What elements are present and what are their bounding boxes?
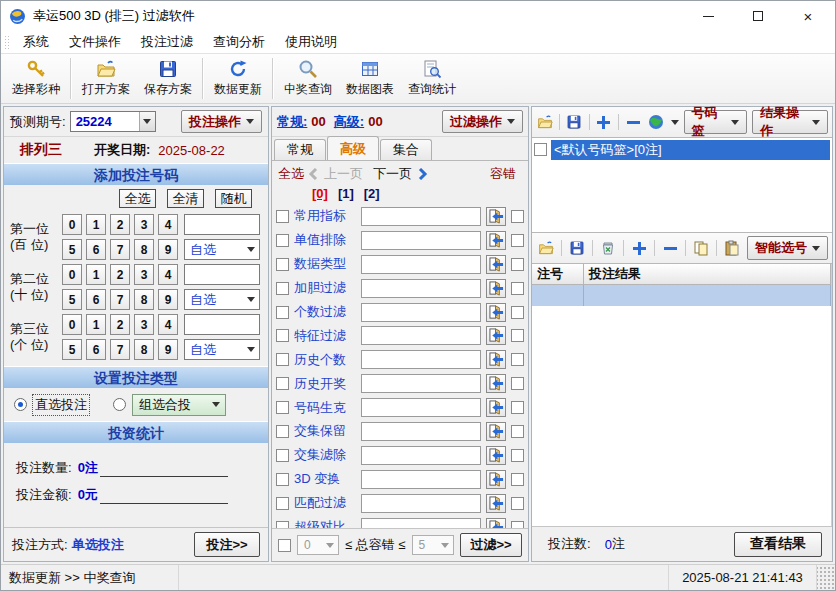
remove-result-button[interactable] (660, 238, 680, 258)
page-number-0[interactable]: [0] (312, 186, 328, 201)
filter-label[interactable]: 常用指标 (294, 207, 356, 225)
bet-submit-button[interactable]: 投注>> (194, 532, 260, 557)
open-plan-button[interactable]: 打开方案 (75, 54, 137, 103)
digit-button[interactable]: 4 (158, 314, 178, 335)
page-number-1[interactable]: [1] (338, 186, 354, 201)
digit-button[interactable]: 4 (158, 264, 178, 285)
filter-checkbox[interactable] (276, 210, 289, 223)
digit-button[interactable]: 9 (158, 239, 178, 260)
digit-button[interactable]: 3 (134, 314, 154, 335)
filter-tolerance-checkbox[interactable] (511, 401, 524, 414)
import-door-button[interactable] (486, 398, 506, 417)
filter-value-input[interactable] (361, 303, 481, 322)
filter-tolerance-checkbox[interactable] (511, 521, 524, 528)
import-door-button[interactable] (486, 207, 506, 226)
copy-button[interactable] (691, 238, 711, 258)
query-stats-button[interactable]: 查询统计 (401, 54, 463, 103)
digit-button[interactable]: 0 (62, 264, 82, 285)
total-tolerance-checkbox[interactable] (278, 539, 291, 552)
import-door-button[interactable] (486, 446, 506, 465)
filter-value-input[interactable] (361, 207, 481, 226)
digit-button[interactable]: 1 (86, 214, 106, 235)
close-button[interactable]: × (797, 5, 819, 27)
import-door-button[interactable] (486, 494, 506, 513)
advanced-count-link[interactable]: 高级: (334, 113, 364, 131)
filter-checkbox[interactable] (276, 377, 289, 390)
winning-query-button[interactable]: 中奖查询 (277, 54, 339, 103)
filter-tolerance-checkbox[interactable] (511, 449, 524, 462)
filter-checkbox[interactable] (276, 234, 289, 247)
filter-checkbox[interactable] (276, 497, 289, 510)
direct-bet-radio[interactable] (14, 398, 27, 411)
filter-checkbox[interactable] (276, 449, 289, 462)
pager-select-all[interactable]: 全选 (278, 165, 304, 183)
import-door-button[interactable] (486, 470, 506, 489)
group-bet-select[interactable]: 组选合投 (132, 394, 226, 416)
filter-checkbox[interactable] (276, 282, 289, 295)
digit-button[interactable]: 5 (62, 289, 82, 310)
basket-list-item[interactable]: <默认号码篮>[0注] (534, 140, 830, 159)
chevron-left-icon[interactable] (308, 168, 320, 180)
table-row[interactable] (532, 285, 831, 306)
menu-query-analysis[interactable]: 查询分析 (203, 31, 275, 53)
clear-all-button[interactable]: 全清 (167, 189, 204, 208)
filter-checkbox[interactable] (276, 473, 289, 486)
save-basket-button[interactable] (565, 112, 583, 132)
tolerance-min-select[interactable]: 0 (297, 535, 339, 555)
smart-pick-button[interactable]: 智能选号 (747, 236, 828, 260)
digit-button[interactable]: 7 (110, 289, 130, 310)
minimize-button[interactable] (697, 5, 719, 27)
filter-label[interactable]: 特征过滤 (294, 327, 356, 345)
filter-label[interactable]: 交集保留 (294, 422, 356, 440)
import-door-button[interactable] (486, 279, 506, 298)
filter-checkbox[interactable] (276, 401, 289, 414)
digit-button[interactable]: 7 (110, 339, 130, 360)
filter-value-input[interactable] (361, 494, 481, 513)
digit-button[interactable]: 2 (110, 264, 130, 285)
filter-tolerance-checkbox[interactable] (511, 353, 524, 366)
select-all-button[interactable]: 全选 (119, 189, 156, 208)
position-numbers-input[interactable] (184, 264, 260, 285)
digit-button[interactable]: 8 (134, 239, 154, 260)
menu-file-ops[interactable]: 文件操作 (59, 31, 131, 53)
filter-tolerance-checkbox[interactable] (511, 258, 524, 271)
filter-label[interactable]: 交集滤除 (294, 446, 356, 464)
chevron-down-icon[interactable] (671, 120, 679, 129)
add-result-button[interactable] (629, 238, 649, 258)
bet-operations-button[interactable]: 投注操作 (181, 110, 262, 133)
chevron-right-icon[interactable] (416, 168, 428, 180)
data-update-button[interactable]: 数据更新 (207, 54, 269, 103)
open-basket-button[interactable] (536, 112, 554, 132)
select-lottery-button[interactable]: 选择彩种 (5, 54, 67, 103)
digit-button[interactable]: 6 (86, 239, 106, 260)
prev-page-button[interactable]: 上一页 (324, 165, 363, 183)
digit-button[interactable]: 1 (86, 264, 106, 285)
chevron-down-icon[interactable] (139, 112, 155, 131)
filter-label[interactable]: 3D 变换 (294, 470, 356, 488)
filter-value-input[interactable] (361, 374, 481, 393)
filter-value-input[interactable] (361, 279, 481, 298)
basket-item-checkbox[interactable] (534, 143, 547, 156)
group-bet-radio[interactable] (113, 398, 126, 411)
filter-tolerance-checkbox[interactable] (511, 329, 524, 342)
digit-button[interactable]: 7 (110, 239, 130, 260)
digit-button[interactable]: 0 (62, 314, 82, 335)
digit-button[interactable]: 1 (86, 314, 106, 335)
menu-help[interactable]: 使用说明 (275, 31, 347, 53)
digit-button[interactable]: 9 (158, 339, 178, 360)
filter-tolerance-checkbox[interactable] (511, 473, 524, 486)
digit-button[interactable]: 6 (86, 289, 106, 310)
save-results-button[interactable] (567, 238, 587, 258)
digit-button[interactable]: 3 (134, 264, 154, 285)
filter-tolerance-checkbox[interactable] (511, 210, 524, 223)
filter-value-input[interactable] (361, 326, 481, 345)
filter-value-input[interactable] (361, 350, 481, 369)
add-basket-button[interactable] (595, 112, 613, 132)
pick-mode-select[interactable]: 自选 (184, 339, 260, 360)
period-select[interactable]: 25224 (70, 111, 156, 132)
import-door-button[interactable] (486, 231, 506, 250)
digit-button[interactable]: 9 (158, 289, 178, 310)
delete-results-button[interactable] (598, 238, 618, 258)
filter-value-input[interactable] (361, 446, 481, 465)
filter-value-input[interactable] (361, 255, 481, 274)
